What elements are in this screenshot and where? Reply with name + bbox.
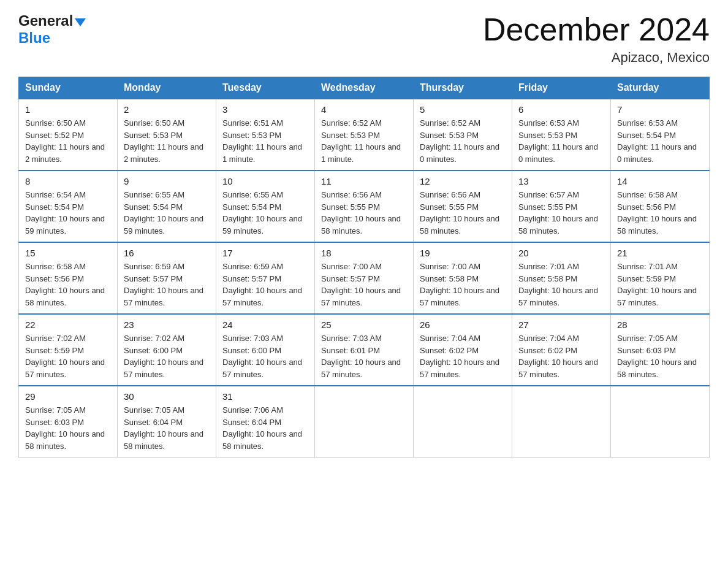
logo-arrow-icon [75, 18, 86, 26]
day-number: 10 [222, 176, 308, 186]
empty-cell-w4-d5 [512, 386, 611, 458]
day-info: Sunrise: 6:56 AMSunset: 5:55 PMDaylight:… [420, 190, 499, 236]
empty-cell-w4-d4 [414, 386, 512, 458]
day-cell-6: 6 Sunrise: 6:53 AMSunset: 5:53 PMDayligh… [512, 99, 611, 170]
day-cell-15: 15 Sunrise: 6:58 AMSunset: 5:56 PMDaylig… [19, 242, 118, 314]
day-info: Sunrise: 6:53 AMSunset: 5:54 PMDaylight:… [617, 118, 697, 164]
day-info: Sunrise: 6:58 AMSunset: 5:56 PMDaylight:… [25, 262, 105, 307]
col-tuesday: Tuesday [216, 77, 315, 99]
week-row-2: 8 Sunrise: 6:54 AMSunset: 5:54 PMDayligh… [19, 170, 710, 242]
day-number: 4 [321, 104, 407, 115]
page-header: General Blue December 2024 Apizaco, Mexi… [18, 12, 710, 66]
month-title: December 2024 [483, 12, 710, 47]
day-info: Sunrise: 7:02 AMSunset: 5:59 PMDaylight:… [25, 334, 105, 379]
day-cell-14: 14 Sunrise: 6:58 AMSunset: 5:56 PMDaylig… [611, 170, 710, 242]
title-area: December 2024 Apizaco, Mexico [483, 12, 710, 66]
day-info: Sunrise: 7:04 AMSunset: 6:02 PMDaylight:… [420, 334, 499, 379]
day-number: 7 [617, 104, 703, 115]
day-info: Sunrise: 6:55 AMSunset: 5:54 PMDaylight:… [124, 190, 203, 236]
day-info: Sunrise: 6:59 AMSunset: 5:57 PMDaylight:… [124, 262, 203, 307]
day-info: Sunrise: 7:03 AMSunset: 6:01 PMDaylight:… [321, 334, 401, 379]
day-info: Sunrise: 7:05 AMSunset: 6:04 PMDaylight:… [124, 405, 203, 451]
day-cell-11: 11 Sunrise: 6:56 AMSunset: 5:55 PMDaylig… [315, 170, 414, 242]
col-monday: Monday [118, 77, 216, 99]
day-cell-10: 10 Sunrise: 6:55 AMSunset: 5:54 PMDaylig… [216, 170, 315, 242]
day-number: 1 [25, 104, 111, 115]
location-label: Apizaco, Mexico [483, 50, 710, 66]
day-number: 3 [222, 104, 308, 115]
logo-blue-text: Blue [18, 29, 50, 47]
day-info: Sunrise: 6:53 AMSunset: 5:53 PMDaylight:… [518, 118, 598, 164]
day-number: 24 [222, 320, 308, 330]
day-number: 12 [420, 176, 506, 186]
day-cell-21: 21 Sunrise: 7:01 AMSunset: 5:59 PMDaylig… [611, 242, 710, 314]
day-number: 20 [518, 248, 604, 258]
day-cell-16: 16 Sunrise: 6:59 AMSunset: 5:57 PMDaylig… [118, 242, 216, 314]
day-info: Sunrise: 7:05 AMSunset: 6:03 PMDaylight:… [617, 334, 697, 379]
day-cell-25: 25 Sunrise: 7:03 AMSunset: 6:01 PMDaylig… [315, 314, 414, 386]
day-info: Sunrise: 6:50 AMSunset: 5:53 PMDaylight:… [124, 118, 203, 164]
day-cell-1: 1 Sunrise: 6:50 AMSunset: 5:52 PMDayligh… [19, 99, 118, 170]
week-row-1: 1 Sunrise: 6:50 AMSunset: 5:52 PMDayligh… [19, 99, 710, 170]
day-number: 31 [222, 391, 308, 402]
day-cell-24: 24 Sunrise: 7:03 AMSunset: 6:00 PMDaylig… [216, 314, 315, 386]
day-cell-23: 23 Sunrise: 7:02 AMSunset: 6:00 PMDaylig… [118, 314, 216, 386]
day-info: Sunrise: 7:06 AMSunset: 6:04 PMDaylight:… [222, 405, 302, 451]
day-number: 29 [25, 391, 111, 402]
day-cell-9: 9 Sunrise: 6:55 AMSunset: 5:54 PMDayligh… [118, 170, 216, 242]
day-info: Sunrise: 7:02 AMSunset: 6:00 PMDaylight:… [124, 334, 203, 379]
day-cell-27: 27 Sunrise: 7:04 AMSunset: 6:02 PMDaylig… [512, 314, 611, 386]
day-number: 17 [222, 248, 308, 258]
empty-cell-w4-d6 [611, 386, 710, 458]
day-info: Sunrise: 7:05 AMSunset: 6:03 PMDaylight:… [25, 405, 105, 451]
day-number: 14 [617, 176, 703, 186]
day-number: 22 [25, 320, 111, 330]
day-number: 8 [25, 176, 111, 186]
day-number: 5 [420, 104, 506, 115]
day-info: Sunrise: 7:00 AMSunset: 5:57 PMDaylight:… [321, 262, 401, 307]
day-cell-30: 30 Sunrise: 7:05 AMSunset: 6:04 PMDaylig… [118, 386, 216, 458]
col-sunday: Sunday [19, 77, 118, 99]
day-info: Sunrise: 7:03 AMSunset: 6:00 PMDaylight:… [222, 334, 302, 379]
day-info: Sunrise: 7:01 AMSunset: 5:58 PMDaylight:… [518, 262, 598, 307]
day-cell-29: 29 Sunrise: 7:05 AMSunset: 6:03 PMDaylig… [19, 386, 118, 458]
day-number: 13 [518, 176, 604, 186]
day-number: 28 [617, 320, 703, 330]
day-cell-26: 26 Sunrise: 7:04 AMSunset: 6:02 PMDaylig… [414, 314, 512, 386]
logo: General Blue [18, 12, 86, 47]
logo-general-text: General [18, 12, 73, 29]
day-info: Sunrise: 6:57 AMSunset: 5:55 PMDaylight:… [518, 190, 598, 236]
day-cell-13: 13 Sunrise: 6:57 AMSunset: 5:55 PMDaylig… [512, 170, 611, 242]
calendar-header-row: Sunday Monday Tuesday Wednesday Thursday… [19, 77, 710, 99]
day-info: Sunrise: 6:52 AMSunset: 5:53 PMDaylight:… [321, 118, 401, 164]
day-info: Sunrise: 6:54 AMSunset: 5:54 PMDaylight:… [25, 190, 105, 236]
day-number: 27 [518, 320, 604, 330]
day-cell-12: 12 Sunrise: 6:56 AMSunset: 5:55 PMDaylig… [414, 170, 512, 242]
day-cell-19: 19 Sunrise: 7:00 AMSunset: 5:58 PMDaylig… [414, 242, 512, 314]
day-cell-2: 2 Sunrise: 6:50 AMSunset: 5:53 PMDayligh… [118, 99, 216, 170]
day-info: Sunrise: 6:55 AMSunset: 5:54 PMDaylight:… [222, 190, 302, 236]
day-number: 6 [518, 104, 604, 115]
col-friday: Friday [512, 77, 611, 99]
week-row-5: 29 Sunrise: 7:05 AMSunset: 6:03 PMDaylig… [19, 386, 710, 458]
day-info: Sunrise: 7:00 AMSunset: 5:58 PMDaylight:… [420, 262, 499, 307]
col-thursday: Thursday [414, 77, 512, 99]
day-cell-20: 20 Sunrise: 7:01 AMSunset: 5:58 PMDaylig… [512, 242, 611, 314]
day-info: Sunrise: 6:56 AMSunset: 5:55 PMDaylight:… [321, 190, 401, 236]
empty-cell-w4-d3 [315, 386, 414, 458]
day-cell-8: 8 Sunrise: 6:54 AMSunset: 5:54 PMDayligh… [19, 170, 118, 242]
day-cell-7: 7 Sunrise: 6:53 AMSunset: 5:54 PMDayligh… [611, 99, 710, 170]
day-info: Sunrise: 6:50 AMSunset: 5:52 PMDaylight:… [25, 118, 105, 164]
day-number: 30 [124, 391, 210, 402]
day-info: Sunrise: 7:01 AMSunset: 5:59 PMDaylight:… [617, 262, 697, 307]
day-number: 2 [124, 104, 210, 115]
day-info: Sunrise: 6:52 AMSunset: 5:53 PMDaylight:… [420, 118, 499, 164]
day-cell-18: 18 Sunrise: 7:00 AMSunset: 5:57 PMDaylig… [315, 242, 414, 314]
day-number: 16 [124, 248, 210, 258]
day-cell-4: 4 Sunrise: 6:52 AMSunset: 5:53 PMDayligh… [315, 99, 414, 170]
day-number: 11 [321, 176, 407, 186]
col-saturday: Saturday [611, 77, 710, 99]
day-info: Sunrise: 6:58 AMSunset: 5:56 PMDaylight:… [617, 190, 697, 236]
day-number: 26 [420, 320, 506, 330]
day-cell-31: 31 Sunrise: 7:06 AMSunset: 6:04 PMDaylig… [216, 386, 315, 458]
